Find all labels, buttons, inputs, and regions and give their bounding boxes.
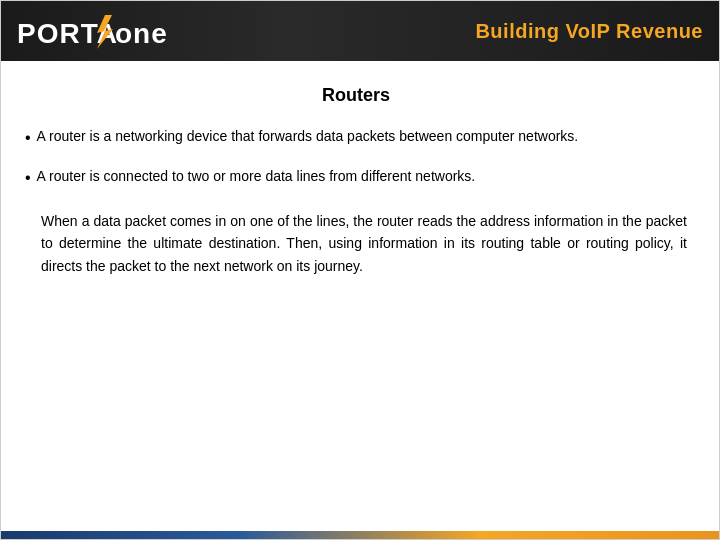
footer-bar — [1, 531, 719, 539]
svg-text:one: one — [115, 18, 168, 49]
bullet-text-2: A router is connected to two or more dat… — [37, 166, 687, 187]
header-tagline: Building VoIP Revenue — [475, 20, 703, 43]
slide: PORTA one Building VoIP Revenue Routers … — [0, 0, 720, 540]
content-area: Routers • A router is a networking devic… — [1, 61, 719, 531]
page-title: Routers — [25, 85, 687, 106]
bullet-text-1: A router is a networking device that for… — [37, 126, 687, 147]
portaone-logo: PORTA one — [17, 9, 177, 53]
logo-area: PORTA one — [17, 9, 177, 53]
bullet-dot-1: • — [25, 126, 31, 150]
main-paragraph: When a data packet comes in on one of th… — [25, 210, 687, 277]
bullet-item-1: • A router is a networking device that f… — [25, 126, 687, 150]
bullet-dot-2: • — [25, 166, 31, 190]
header: PORTA one Building VoIP Revenue — [1, 1, 719, 61]
bullet-item-2: • A router is connected to two or more d… — [25, 166, 687, 190]
